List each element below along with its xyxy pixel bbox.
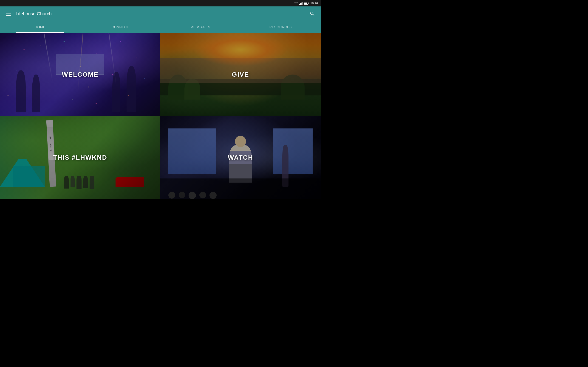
nav-tabs: HOME CONNECT MESSAGES RESOURCES — [0, 21, 321, 33]
status-time: 10:26 — [310, 2, 318, 5]
silhouette-3 — [127, 66, 136, 112]
light-beam-1 — [44, 33, 53, 82]
give-label: GIVE — [232, 71, 249, 78]
wifi-icon — [294, 2, 298, 5]
tab-home[interactable]: HOME — [0, 21, 80, 33]
tab-resources[interactable]: RESOURCES — [241, 21, 321, 33]
give-tile[interactable]: GIVE — [160, 33, 321, 116]
silhouette-1 — [16, 70, 26, 112]
search-icon — [310, 11, 315, 17]
welcome-tile[interactable]: WELCOME — [0, 33, 160, 116]
lhwknd-label: THIS #LHWKND — [53, 154, 107, 161]
light-beam-3 — [108, 33, 117, 87]
hamburger-line-2 — [6, 14, 11, 14]
hamburger-line-3 — [6, 15, 11, 16]
status-icons: 10:26 — [294, 2, 318, 5]
app-title: Lifehouse Church — [16, 11, 308, 17]
hamburger-menu-button[interactable] — [4, 9, 13, 18]
status-bar: 10:26 — [0, 0, 321, 6]
silhouette-4 — [112, 72, 120, 112]
signal-bars — [299, 2, 303, 5]
watch-tile[interactable]: WATCH — [160, 116, 321, 199]
welcome-label: WELCOME — [62, 71, 99, 78]
watch-label: WATCH — [228, 154, 253, 161]
hamburger-line-1 — [6, 12, 11, 12]
lhwknd-tile[interactable]: LIFEHOUSE THIS #LHWKND — [0, 116, 160, 199]
content-grid: WELCOME GIVE LIFEHOUSE — [0, 33, 321, 199]
silhouette-2 — [32, 75, 40, 112]
tab-connect[interactable]: CONNECT — [80, 21, 160, 33]
search-button[interactable] — [308, 9, 317, 18]
battery-indicator — [304, 2, 309, 5]
app-bar: Lifehouse Church — [0, 6, 321, 21]
tab-messages[interactable]: MESSAGES — [160, 21, 241, 33]
light-beam-2 — [78, 33, 83, 91]
